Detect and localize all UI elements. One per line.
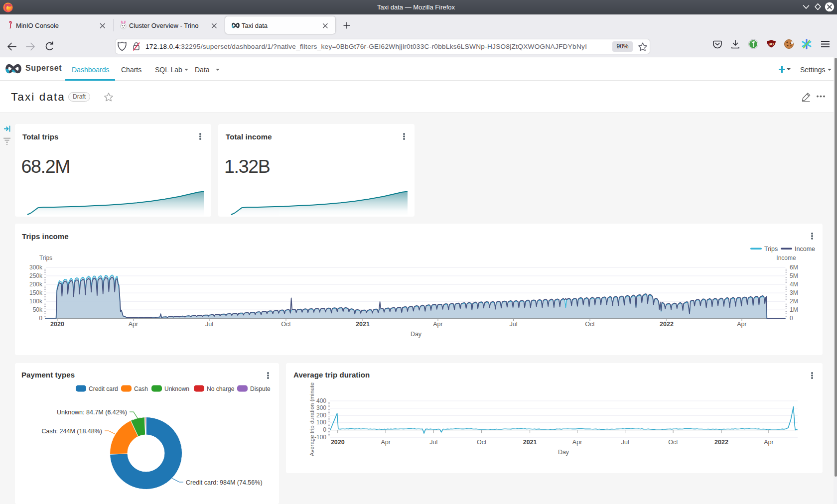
svg-text:2020: 2020 [331,439,345,446]
svg-text:100: 100 [316,419,326,426]
svg-text:200: 200 [316,412,326,419]
svg-text:Jul: Jul [429,439,437,446]
svg-text:Apr: Apr [764,439,773,446]
svg-text:Average trip duration (minute: Average trip duration (minute [309,382,315,456]
svg-text:0: 0 [323,426,326,433]
svg-text:Oct: Oct [668,439,678,446]
svg-text:Oct: Oct [477,439,487,446]
svg-text:Day: Day [558,449,569,456]
svg-text:Jul: Jul [621,439,629,446]
svg-text:Apr: Apr [572,439,582,446]
svg-text:Apr: Apr [381,439,390,446]
svg-text:300: 300 [316,404,326,411]
svg-text:-100: -100 [314,434,326,441]
svg-text:2021: 2021 [523,439,537,446]
svg-text:2022: 2022 [714,439,728,446]
svg-text:400: 400 [316,397,326,404]
